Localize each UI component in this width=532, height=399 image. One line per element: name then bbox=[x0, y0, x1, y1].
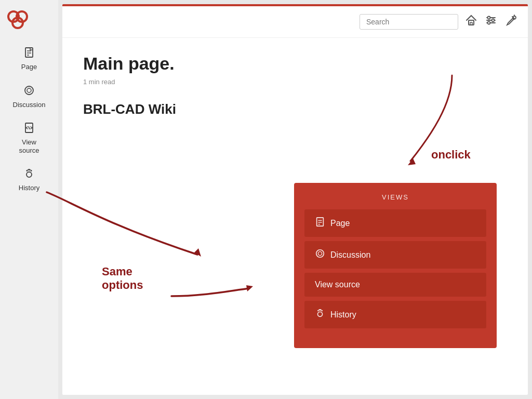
svg-point-11 bbox=[26, 172, 32, 177]
views-item-view-source[interactable]: View source bbox=[304, 273, 486, 297]
logo-icon bbox=[6, 7, 29, 30]
svg-point-7 bbox=[25, 86, 33, 95]
sidebar-item-view-source[interactable]: Viewsource bbox=[6, 117, 52, 158]
views-item-history[interactable]: History bbox=[304, 301, 486, 328]
views-discussion-icon bbox=[315, 248, 325, 261]
svg-rect-16 bbox=[470, 22, 472, 25]
views-panel: VIEWS Page bbox=[294, 183, 497, 348]
tools-icon[interactable] bbox=[484, 14, 498, 30]
views-item-page[interactable]: Page bbox=[304, 209, 486, 237]
views-page-icon bbox=[315, 217, 325, 230]
view-source-icon bbox=[23, 122, 35, 136]
sidebar-item-page[interactable]: Page bbox=[6, 42, 52, 75]
main-area: Main page. 1 min read BRL-CAD Wiki VIEWS… bbox=[58, 0, 532, 399]
read-time: 1 min read bbox=[83, 78, 507, 86]
content-area: Main page. 1 min read BRL-CAD Wiki bbox=[62, 38, 528, 133]
svg-point-31 bbox=[317, 312, 322, 316]
svg-point-30 bbox=[318, 251, 322, 255]
svg-point-34 bbox=[321, 310, 323, 312]
svg-point-21 bbox=[492, 19, 495, 22]
svg-point-29 bbox=[316, 250, 324, 258]
views-item-page-label: Page bbox=[330, 219, 350, 228]
history-icon bbox=[23, 168, 35, 182]
sidebar: Page Discussion Viewsource bbox=[0, 0, 58, 399]
svg-point-12 bbox=[29, 169, 30, 171]
sidebar-item-page-label: Page bbox=[21, 63, 37, 71]
svg-rect-3 bbox=[25, 48, 33, 57]
views-item-history-label: History bbox=[330, 310, 356, 320]
views-history-icon bbox=[315, 308, 325, 321]
sidebar-item-view-source-label: Viewsource bbox=[19, 138, 39, 154]
page-title: Main page. bbox=[83, 54, 507, 74]
svg-point-20 bbox=[488, 17, 490, 19]
views-title: VIEWS bbox=[304, 193, 486, 201]
sidebar-item-history[interactable]: History bbox=[6, 163, 52, 196]
svg-point-33 bbox=[317, 310, 319, 312]
svg-point-13 bbox=[26, 170, 28, 171]
views-item-discussion-label: Discussion bbox=[330, 250, 370, 260]
svg-point-32 bbox=[320, 309, 321, 311]
search-input[interactable] bbox=[360, 14, 458, 30]
edit-icon[interactable] bbox=[504, 14, 517, 30]
sidebar-item-discussion[interactable]: Discussion bbox=[6, 79, 52, 113]
page-icon bbox=[23, 47, 35, 61]
wiki-name: BRL-CAD Wiki bbox=[83, 101, 507, 117]
svg-point-14 bbox=[31, 170, 32, 171]
logo bbox=[6, 7, 29, 32]
sidebar-item-discussion-label: Discussion bbox=[13, 101, 46, 109]
svg-point-8 bbox=[27, 88, 31, 92]
views-item-view-source-label: View source bbox=[315, 280, 360, 289]
home-icon[interactable] bbox=[464, 14, 478, 30]
views-item-discussion[interactable]: Discussion bbox=[304, 241, 486, 269]
svg-line-10 bbox=[29, 126, 30, 129]
topbar bbox=[62, 6, 528, 38]
svg-rect-25 bbox=[317, 218, 324, 226]
sidebar-item-history-label: History bbox=[19, 184, 39, 192]
discussion-icon bbox=[23, 85, 35, 99]
wiki-panel: Main page. 1 min read BRL-CAD Wiki VIEWS… bbox=[62, 4, 528, 395]
svg-point-22 bbox=[488, 22, 490, 24]
